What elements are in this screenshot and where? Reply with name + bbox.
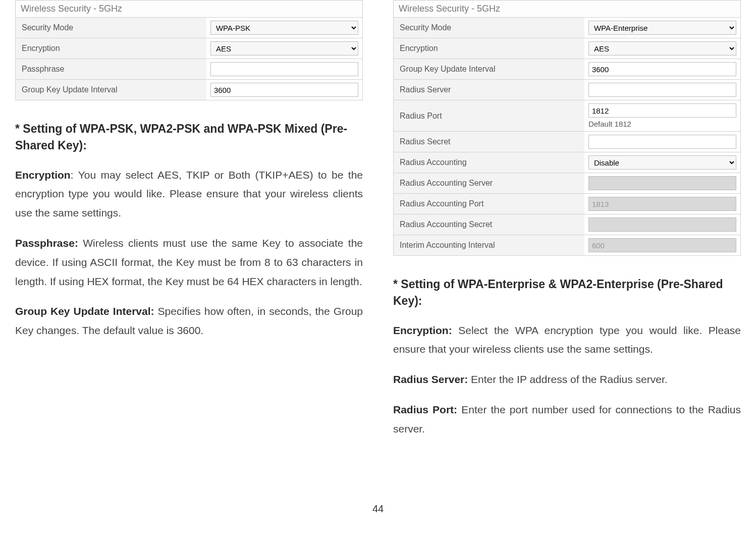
ent-select-0[interactable]: WPA-Enterprise	[588, 21, 736, 35]
table-row: Passphrase	[16, 59, 363, 80]
right-column: Wireless Security - 5GHz Security ModeWP…	[393, 0, 741, 450]
row-value	[584, 173, 741, 194]
para-term: Encryption:	[393, 324, 452, 336]
row-value	[584, 132, 741, 152]
row-label: Radius Server	[394, 80, 584, 100]
psk-para-0: Encryption: You may select AES, TKIP or …	[15, 166, 363, 223]
enterprise-heading: * Setting of WPA-Enterprise & WPA2-Enter…	[393, 276, 741, 310]
row-value: WPA-Enterprise	[584, 18, 741, 38]
row-value	[584, 59, 741, 80]
psk-select-0[interactable]: WPA-PSK	[210, 21, 358, 35]
psk-heading: * Setting of WPA-PSK, WPA2-PSK and WPA-P…	[15, 121, 363, 154]
table-row: Radius PortDefault 1812	[394, 100, 741, 132]
table-row: EncryptionAES	[16, 38, 363, 59]
para-term: Radius Server:	[393, 373, 468, 385]
para-term: Group Key Update Interval:	[15, 305, 154, 317]
table-row: Interim Accounting Interval	[394, 235, 741, 256]
row-label: Radius Accounting Server	[394, 173, 584, 194]
table-row: Radius Accounting Server	[394, 173, 741, 194]
row-label: Radius Secret	[394, 132, 584, 152]
row-label: Security Mode	[394, 18, 584, 38]
row-value	[206, 59, 363, 80]
table-row: Security ModeWPA-Enterprise	[394, 18, 741, 38]
psk-config-table: Wireless Security - 5GHz Security ModeWP…	[15, 0, 363, 100]
ent-input-2[interactable]	[588, 62, 736, 76]
row-label: Encryption	[394, 38, 584, 59]
row-value: AES	[206, 38, 363, 59]
page-number: 44	[0, 503, 756, 515]
ent-select-6[interactable]: Disable	[588, 155, 736, 170]
table-row: Security ModeWPA-PSK	[16, 18, 363, 38]
para-text: Enter the IP address of the Radius serve…	[468, 373, 667, 385]
para-term: Passphrase:	[15, 237, 78, 249]
row-value	[584, 235, 741, 256]
enterprise-table-title: Wireless Security - 5GHz	[393, 0, 741, 17]
row-label: Interim Accounting Interval	[394, 235, 584, 256]
row-value: WPA-PSK	[206, 18, 363, 38]
ent-input-4[interactable]	[588, 103, 736, 118]
table-row: Radius Server	[394, 80, 741, 100]
row-label: Security Mode	[16, 18, 206, 38]
ent-input-10	[588, 238, 736, 252]
row-hint: Default 1812	[588, 120, 736, 128]
psk-input-3[interactable]	[210, 83, 358, 97]
row-label: Group Key Update Interval	[394, 59, 584, 80]
table-row: Group Key Update Interval	[394, 59, 741, 80]
row-value	[206, 80, 363, 100]
row-label: Radius Accounting	[394, 152, 584, 173]
row-label: Radius Accounting Secret	[394, 214, 584, 235]
ent-para-1: Radius Server: Enter the IP address of t…	[393, 370, 741, 389]
row-label: Radius Port	[394, 100, 584, 132]
table-row: Radius AccountingDisable	[394, 152, 741, 173]
ent-input-8	[588, 197, 736, 211]
psk-para-1: Passphrase: Wireless clients must use th…	[15, 234, 363, 291]
left-column: Wireless Security - 5GHz Security ModeWP…	[15, 0, 363, 450]
row-value: Disable	[584, 152, 741, 173]
row-label: Radius Accounting Port	[394, 194, 584, 214]
psk-select-1[interactable]: AES	[210, 41, 358, 56]
table-row: Radius Accounting Port	[394, 194, 741, 214]
ent-input-3[interactable]	[588, 83, 736, 97]
row-value	[584, 80, 741, 100]
ent-input-9	[588, 217, 736, 232]
row-value	[584, 194, 741, 214]
row-label: Encryption	[16, 38, 206, 59]
table-row: Group Key Update Interval	[16, 80, 363, 100]
row-label: Passphrase	[16, 59, 206, 80]
ent-para-0: Encryption: Select the WPA encryption ty…	[393, 321, 741, 359]
table-row: Radius Accounting Secret	[394, 214, 741, 235]
para-term: Radius Port:	[393, 404, 457, 415]
psk-input-2[interactable]	[210, 62, 358, 76]
row-value: AES	[584, 38, 741, 59]
ent-select-1[interactable]: AES	[588, 41, 736, 56]
ent-para-2: Radius Port: Enter the port number used …	[393, 400, 741, 439]
table-row: EncryptionAES	[394, 38, 741, 59]
ent-input-5[interactable]	[588, 135, 736, 149]
row-label: Group Key Update Interval	[16, 80, 206, 100]
ent-input-7	[588, 176, 736, 190]
psk-table-title: Wireless Security - 5GHz	[15, 0, 363, 17]
row-value: Default 1812	[584, 100, 741, 132]
para-term: Encryption	[15, 169, 71, 181]
psk-para-2: Group Key Update Interval: Specifies how…	[15, 302, 363, 340]
row-value	[584, 214, 741, 235]
enterprise-config-table: Wireless Security - 5GHz Security ModeWP…	[393, 0, 741, 256]
table-row: Radius Secret	[394, 132, 741, 152]
